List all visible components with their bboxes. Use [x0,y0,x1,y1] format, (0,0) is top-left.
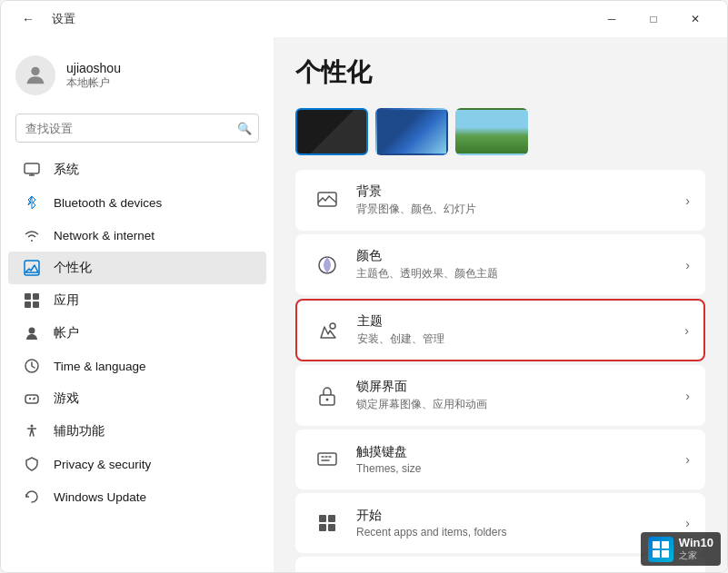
sidebar-item-accessibility[interactable]: 辅助功能 [8,415,266,448]
sidebar-label-privacy: Privacy & security [54,458,151,471]
svg-rect-11 [25,395,38,403]
svg-rect-32 [662,550,669,558]
sidebar-label-update: Windows Update [54,490,146,504]
network-icon [23,226,41,244]
theme-subtitle: 安装、创建、管理 [357,331,684,347]
svg-point-16 [31,425,34,428]
touchpad-chevron: › [685,452,690,467]
search-box: 🔍 [15,114,259,143]
user-avatar-icon [23,63,48,88]
title-bar-left: ← 设置 [15,6,75,32]
background-icon [311,184,344,217]
settings-list: 背景 背景图像、颜色、幻灯片 › 颜色 主题色、透明 [274,170,727,572]
svg-rect-22 [318,453,336,465]
theme-preview-dark[interactable] [295,108,368,155]
touchpad-text: 触摸键盘 Themes, size [356,444,685,475]
back-button[interactable]: ← [15,6,41,32]
svg-point-9 [29,328,35,334]
sidebar-item-network[interactable]: Network & internet [8,219,266,252]
sidebar-label-accounts: 帐户 [54,325,79,341]
color-subtitle: 主题色、透明效果、颜色主题 [356,266,685,282]
time-icon [23,357,41,375]
personalize-icon [23,259,41,277]
svg-rect-31 [653,550,660,558]
sidebar-label-apps: 应用 [54,292,79,309]
settings-item-touchpad[interactable]: 触摸键盘 Themes, size › [295,430,705,489]
svg-rect-29 [653,541,660,548]
color-chevron: › [685,258,690,272]
title-bar: ← 设置 ─ □ ✕ [1,1,727,37]
svg-rect-8 [33,301,39,308]
svg-rect-24 [328,515,335,522]
svg-rect-25 [319,524,326,531]
background-title: 背景 [356,183,685,200]
sidebar-item-accounts[interactable]: 帐户 [8,317,266,350]
username: ujiaoshou [66,61,121,75]
window-title: 设置 [52,11,75,27]
avatar [15,55,55,95]
theme-chevron: › [684,323,689,338]
svg-rect-26 [328,524,335,531]
page-title: 个性化 [295,55,705,90]
svg-rect-6 [33,293,39,300]
sidebar-item-personalization[interactable]: 个性化 [8,252,266,284]
theme-previews [274,101,727,170]
svg-point-0 [31,67,39,75]
sidebar-item-system[interactable]: 系统 [8,153,266,186]
theme-icon [312,314,344,347]
background-chevron: › [685,193,690,208]
background-text: 背景 背景图像、颜色、幻灯片 [356,183,685,217]
window-controls: ─ □ ✕ [591,5,716,34]
sidebar-label-bluetooth: Bluetooth & devices [54,196,162,210]
gaming-icon [23,390,41,408]
accessibility-icon [23,422,41,440]
system-icon [23,161,41,179]
start-title: 开始 [356,508,685,524]
start-chevron: › [685,516,690,530]
lockscreen-subtitle: 锁定屏幕图像、应用和动画 [356,397,685,412]
sidebar-label-time: Time & language [54,360,146,373]
bluetooth-icon [23,193,41,212]
start-text: 开始 Recent apps and items, folders [356,508,685,538]
content-area: 个性化 背景 [274,37,727,572]
search-input[interactable] [15,114,259,143]
sidebar-label-network: Network & internet [54,229,155,242]
sidebar-item-update[interactable]: Windows Update [8,480,266,513]
touchpad-subtitle: Themes, size [356,462,685,475]
sidebar-label-system: 系统 [54,162,79,178]
svg-rect-1 [25,163,39,173]
user-info: ujiaoshou 本地帐户 [66,61,121,91]
privacy-icon [23,455,41,473]
update-icon [23,488,41,506]
settings-item-color[interactable]: 颜色 主题色、透明效果、颜色主题 › [295,234,705,295]
theme-title: 主题 [357,313,684,330]
watermark-icon [648,537,673,562]
sidebar-label-personalization: 个性化 [54,260,92,276]
color-text: 颜色 主题色、透明效果、颜色主题 [356,248,685,282]
sidebar-item-apps[interactable]: 应用 [8,284,266,317]
sidebar-label-accessibility: 辅助功能 [54,423,105,440]
sidebar: ujiaoshou 本地帐户 🔍 系统 [1,37,274,572]
svg-point-19 [330,323,335,329]
settings-item-background[interactable]: 背景 背景图像、颜色、幻灯片 › [295,170,705,231]
settings-item-lockscreen[interactable]: 锁屏界面 锁定屏幕图像、应用和动画 › [295,365,705,426]
minimize-button[interactable]: ─ [591,5,633,34]
sidebar-item-privacy[interactable]: Privacy & security [8,448,266,480]
content-header: 个性化 [274,37,727,101]
maximize-button[interactable]: □ [633,5,674,34]
sidebar-item-bluetooth[interactable]: Bluetooth & devices [8,186,266,219]
settings-item-theme[interactable]: 主题 安装、创建、管理 › [295,299,705,361]
sidebar-item-time[interactable]: Time & language [8,350,266,382]
search-icon: 🔍 [237,122,252,135]
sidebar-item-gaming[interactable]: 游戏 [8,382,266,415]
theme-preview-landscape[interactable] [455,108,528,155]
close-button[interactable]: ✕ [674,5,716,34]
lockscreen-text: 锁屏界面 锁定屏幕图像、应用和动画 [356,379,685,412]
svg-point-15 [33,399,35,400]
watermark-main: Win10 [679,536,713,549]
touchpad-title: 触摸键盘 [356,444,685,460]
svg-point-21 [326,398,329,400]
svg-rect-7 [25,301,31,308]
color-title: 颜色 [356,248,685,264]
theme-preview-blue[interactable] [375,108,448,155]
